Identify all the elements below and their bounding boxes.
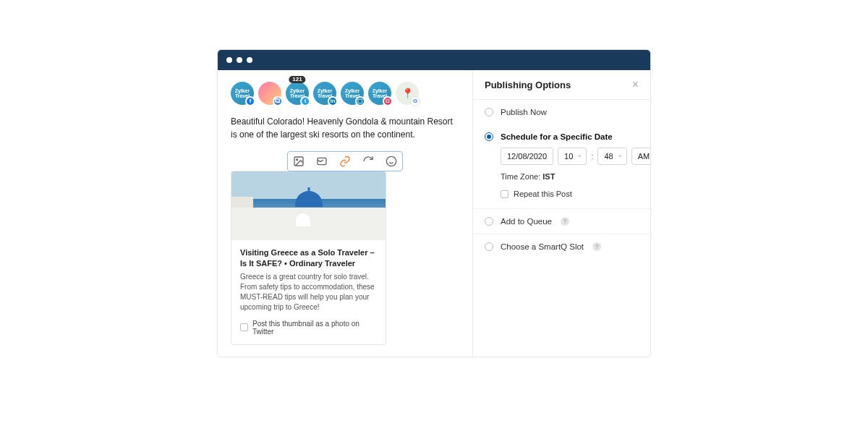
checkbox-icon <box>240 323 248 331</box>
instagram-icon: ◘ <box>383 96 393 106</box>
repeat-label: Repeat this Post <box>514 190 572 198</box>
linkedin-icon: in <box>328 96 338 106</box>
schedule-label: Schedule for a Specific Date <box>501 132 613 141</box>
window-dot <box>247 57 252 63</box>
radio-icon <box>485 108 493 116</box>
window-dot <box>237 57 242 63</box>
account-gmb[interactable]: 📍G <box>396 82 419 105</box>
link-preview-title: Visiting Greece as a Solo Traveler – Is … <box>240 247 377 269</box>
compose-toolbar <box>231 151 459 171</box>
repeat-post-checkbox[interactable]: Repeat this Post <box>501 190 639 198</box>
publishing-options-panel: Publishing Options × Publish Now Schedul… <box>473 70 650 357</box>
radio-icon <box>485 217 493 226</box>
option-schedule[interactable]: Schedule for a Specific Date <box>473 124 650 147</box>
char-count-badge: 121 <box>289 76 305 83</box>
account-facebook[interactable]: Zylker Travelf <box>231 82 254 105</box>
media-library-icon[interactable] <box>315 155 328 168</box>
google-icon: G <box>410 96 420 106</box>
help-icon[interactable]: ? <box>592 242 601 251</box>
emoji-icon[interactable] <box>385 155 398 168</box>
window-dot <box>226 57 232 63</box>
option-add-to-queue[interactable]: Add to Queue ? <box>473 209 650 234</box>
radio-icon-selected <box>485 132 493 141</box>
compose-pane: Zylker Travelf ⿻ Zylker Travel121t Zylke… <box>218 70 473 357</box>
panel-title: Publishing Options <box>485 80 571 90</box>
post-thumbnail-checkbox[interactable]: Post this thumbnail as a photo on Twitte… <box>240 320 377 336</box>
radio-icon <box>485 242 493 251</box>
time-colon: : <box>591 152 593 161</box>
image-icon[interactable] <box>292 155 305 168</box>
facebook-icon: f <box>245 96 255 106</box>
timezone-label: Time Zone: IST <box>501 172 639 181</box>
account-instagram[interactable]: Zylker Travel◘ <box>368 82 391 105</box>
svg-point-1 <box>297 159 298 161</box>
smartq-label: Choose a SmartQ Slot <box>501 242 584 251</box>
link-preview-card: Visiting Greece as a Solo Traveler – Is … <box>231 171 386 345</box>
link-shorten-icon[interactable] <box>339 155 352 168</box>
option-smartq[interactable]: Choose a SmartQ Slot ? <box>473 234 650 259</box>
publish-now-label: Publish Now <box>501 108 547 116</box>
post-text[interactable]: Beautiful Colorado! Heavenly Gondola & m… <box>231 115 459 141</box>
minute-select[interactable]: 48 <box>597 148 626 165</box>
refresh-icon[interactable] <box>362 155 375 168</box>
ampm-toggle[interactable]: AM <box>631 148 651 165</box>
link-preview-desc: Greece is a great country for solo trave… <box>240 272 377 312</box>
hour-select[interactable]: 10 <box>558 148 587 165</box>
account-linkedin-page[interactable]: Zylker Travel▢ <box>341 82 364 105</box>
link-preview-image <box>231 171 386 240</box>
account-linkedin[interactable]: Zylker Travelin <box>313 82 336 105</box>
queue-label: Add to Queue <box>501 217 552 226</box>
compose-window: Zylker Travelf ⿻ Zylker Travel121t Zylke… <box>217 49 651 357</box>
post-thumbnail-label: Post this thumbnail as a photo on Twitte… <box>252 320 377 336</box>
twitter-icon: t <box>300 96 310 106</box>
svg-point-3 <box>386 156 396 166</box>
help-icon[interactable]: ? <box>561 217 569 226</box>
account-fbgroup[interactable]: ⿻ <box>258 82 281 105</box>
checkbox-icon <box>501 190 509 198</box>
option-publish-now[interactable]: Publish Now <box>473 100 650 124</box>
schedule-controls: 12/08/2020 10 : 48 AM ❙❙ Time Zone: IST … <box>473 147 650 209</box>
fbgroup-icon: ⿻ <box>273 96 283 106</box>
account-picker: Zylker Travelf ⿻ Zylker Travel121t Zylke… <box>231 82 459 105</box>
window-titlebar <box>218 50 650 70</box>
linkedin-page-icon: ▢ <box>355 96 365 106</box>
account-twitter[interactable]: Zylker Travel121t <box>286 82 309 105</box>
close-icon[interactable]: × <box>632 79 639 90</box>
date-input[interactable]: 12/08/2020 <box>501 148 553 165</box>
